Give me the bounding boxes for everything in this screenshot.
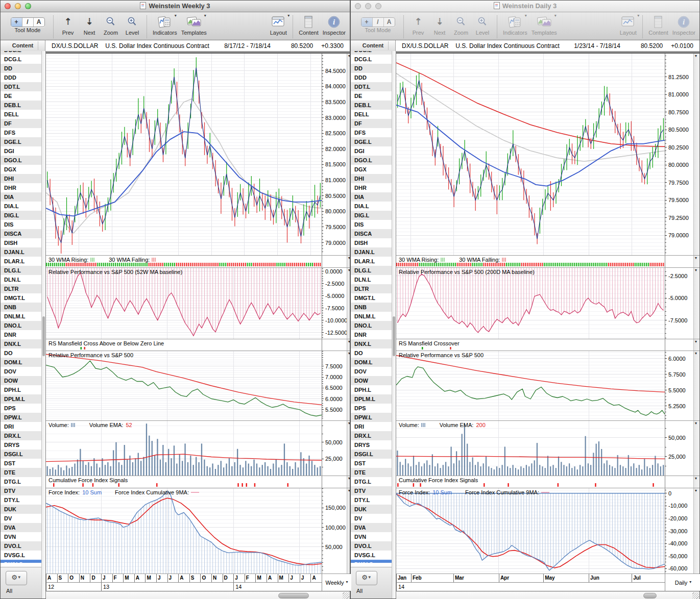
horizontal-scrollbar[interactable] <box>46 591 350 599</box>
symbol-row[interactable]: DJAN.L <box>1 247 41 257</box>
horizontal-scrollbar[interactable] <box>396 591 699 599</box>
symbol-row[interactable]: DOW <box>351 376 392 385</box>
sidebar-header[interactable]: Content <box>351 40 396 52</box>
symbol-row[interactable]: DF <box>351 119 392 128</box>
panel-disclosure-icon[interactable]: ▾ <box>695 268 697 272</box>
symbol-row[interactable]: DRX.L <box>1 431 41 440</box>
minimize-button[interactable] <box>365 3 371 9</box>
indicators-button[interactable]: ▾ Indicators <box>503 14 527 36</box>
panel-scroll-strip[interactable]: ▾ <box>693 268 699 339</box>
symbol-row[interactable]: DUK <box>1 505 41 514</box>
panel-scroll-strip[interactable]: ▾ <box>693 256 699 267</box>
symbol-row[interactable]: DHR <box>1 183 41 192</box>
symbol-row[interactable]: DTY.L <box>351 495 392 505</box>
panel-disclosure-icon[interactable]: ▾ <box>695 421 697 426</box>
symbol-row[interactable]: DELL <box>1 110 41 119</box>
symbol-row[interactable]: DFS <box>1 128 41 137</box>
symbol-row[interactable]: DPS <box>1 404 41 413</box>
symbol-row[interactable]: DD <box>1 64 41 73</box>
symbol-row[interactable]: DIA <box>351 192 392 202</box>
symbol-row[interactable]: DGE.L <box>1 137 41 146</box>
symbol-row[interactable]: DNLM.L <box>351 312 392 321</box>
symbol-row[interactable]: DTE <box>1 468 41 477</box>
next-icon[interactable]: ⇣ <box>436 17 443 26</box>
symbol-row[interactable]: DTY.L <box>1 495 41 505</box>
symbol-row[interactable]: DRYS <box>351 440 392 450</box>
resize-grip-icon[interactable] <box>692 592 699 599</box>
symbol-row[interactable]: DNB <box>1 303 41 312</box>
symbol-row[interactable]: DMGT.L <box>351 293 392 303</box>
next-icon[interactable]: ⇣ <box>86 17 93 26</box>
layout-button[interactable]: ▾ Layout <box>619 14 637 36</box>
symbol-row[interactable]: DVN <box>1 532 41 541</box>
zoom-window-button[interactable] <box>25 3 31 9</box>
panel-disclosure-icon[interactable]: ▾ <box>348 488 350 493</box>
hscroll-thumb[interactable] <box>278 593 309 598</box>
zoom-out-button[interactable]: Zoom <box>102 14 119 36</box>
indicators-icon[interactable]: ▾ <box>157 14 173 30</box>
gear-menu-button[interactable]: ⚙▼ <box>356 571 377 585</box>
symbol-row[interactable]: DHR <box>351 183 392 192</box>
symbol-row[interactable]: DDD <box>1 73 41 82</box>
scrollbar-thumb[interactable] <box>42 316 45 356</box>
panel-scroll-strip[interactable]: ▾ <box>347 268 350 339</box>
symbol-row[interactable]: DHI <box>351 174 392 183</box>
zoom-in-icon[interactable] <box>127 14 137 30</box>
indicators-button[interactable]: ▾ Indicators <box>153 14 177 36</box>
symbol-row[interactable]: DNO.L <box>1 321 41 330</box>
text-tool-button[interactable]: A <box>34 18 44 27</box>
symbol-row[interactable]: DLN.L <box>1 275 41 284</box>
symbol-row[interactable]: DCC.L <box>351 51 392 55</box>
symbol-row[interactable]: DF <box>1 119 41 128</box>
symbol-row[interactable]: DISH <box>351 238 392 247</box>
panel-scroll-strip[interactable]: ▾ <box>693 351 699 420</box>
symbol-row[interactable]: DIG.L <box>351 211 392 220</box>
symbol-row[interactable]: DVA <box>1 523 41 532</box>
panel-disclosure-icon[interactable]: ▾ <box>695 476 697 481</box>
symbol-row[interactable]: DGI <box>1 146 41 156</box>
panel-scroll-strip[interactable]: ▾ <box>347 339 350 351</box>
symbol-row[interactable]: DIA <box>1 192 41 202</box>
panel-scroll-strip[interactable]: ▾ <box>693 476 699 488</box>
sidebar-scrollbar[interactable] <box>41 51 45 598</box>
symbol-row[interactable]: DOM.L <box>1 358 41 367</box>
panel-disclosure-icon[interactable]: ▾ <box>695 54 697 58</box>
inspector-icon[interactable]: i <box>677 14 690 30</box>
symbol-row[interactable]: DPLM.L <box>1 394 41 404</box>
symbol-row[interactable]: DST <box>351 459 392 468</box>
symbol-row[interactable]: DCG.L <box>1 55 41 64</box>
symbol-row[interactable]: DGO.L <box>351 156 392 165</box>
symbol-row[interactable]: DGI <box>351 146 392 156</box>
symbol-row[interactable]: DTV <box>351 486 392 495</box>
symbol-row[interactable]: DRYS <box>1 440 41 450</box>
layout-icon[interactable]: ▾ <box>271 14 285 30</box>
tool-mode-segmented[interactable]: + / A <box>11 17 45 27</box>
inspector-icon[interactable]: i <box>327 14 341 30</box>
symbol-row[interactable]: DIS <box>1 220 41 229</box>
timeframe-selector[interactable]: Daily▾ <box>665 574 700 591</box>
symbol-row[interactable]: DE <box>351 91 392 101</box>
panel-disclosure-icon[interactable]: ▾ <box>695 351 697 356</box>
panel-disclosure-icon[interactable]: ▾ <box>348 256 350 260</box>
titlebar[interactable]: Weinstein Daily 3 <box>351 1 699 12</box>
zoom-window-button[interactable] <box>375 3 381 9</box>
zoom-in-icon[interactable] <box>477 14 488 30</box>
symbol-row[interactable]: DGX <box>351 165 392 174</box>
symbol-row[interactable]: DD <box>351 64 392 73</box>
panel-disclosure-icon[interactable]: ▾ <box>348 339 350 344</box>
symbol-row[interactable]: DPH.L <box>351 385 392 394</box>
titlebar[interactable]: Weinstein Weekly 3 <box>1 1 350 12</box>
symbol-row[interactable]: DEB.L <box>1 101 41 110</box>
panel-scroll-strip[interactable]: ▾ <box>693 339 699 351</box>
symbol-row[interactable]: DRI <box>351 422 392 431</box>
panel-scroll-strip[interactable]: ▾ <box>347 488 350 573</box>
symbol-row[interactable]: DDT.L <box>351 82 392 91</box>
symbol-row[interactable]: DOV <box>351 367 392 376</box>
prev-icon[interactable]: ⇡ <box>415 17 422 26</box>
symbol-row[interactable]: DX/U.S.... <box>1 560 41 563</box>
symbol-row[interactable]: DV <box>1 514 41 523</box>
layout-button[interactable]: ▾ Layout <box>270 14 287 36</box>
content-icon[interactable] <box>303 14 313 30</box>
symbol-row[interactable]: DSGI.L <box>351 450 392 459</box>
close-button[interactable] <box>5 3 11 9</box>
